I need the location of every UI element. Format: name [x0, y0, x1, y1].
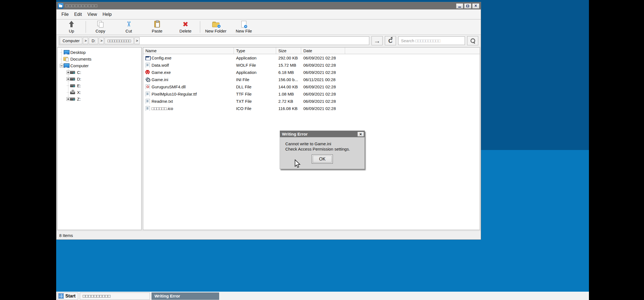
chevron-right-icon[interactable]: >: [99, 37, 104, 44]
column-header-size[interactable]: Size: [276, 48, 301, 54]
close-icon: ×: [474, 4, 477, 8]
file-row-game-ini[interactable]: Game.ini INI File 156.00 b... 06/11/2021…: [143, 76, 480, 83]
window-app-icon: [145, 56, 150, 60]
plus-badge-icon: [244, 25, 247, 28]
file-row-data-wolf[interactable]: Data.wolf WOLF File 15.72 MB 06/09/2021 …: [143, 61, 480, 69]
toolbar-separator: [200, 21, 200, 33]
breadcrumb-folder[interactable]: □□□□□□□□□□: [105, 37, 134, 44]
menu-help[interactable]: Help: [100, 11, 115, 18]
tree-item-drive-z[interactable]: Z:: [58, 96, 141, 102]
window-titlebar[interactable]: □□□□□□□□□□ ×: [56, 2, 481, 9]
toolbar-separator: [86, 21, 86, 33]
tree-item-documents[interactable]: Documents: [58, 56, 141, 62]
expand-plus-icon[interactable]: [66, 71, 70, 74]
column-header-name[interactable]: Name: [143, 48, 234, 54]
minimize-button[interactable]: [456, 3, 463, 9]
search-input[interactable]: Search □□□□□□□□□□: [398, 36, 465, 45]
paste-button[interactable]: Paste: [143, 19, 171, 34]
expand-plus-icon[interactable]: [66, 77, 70, 81]
close-icon: ×: [360, 132, 362, 136]
expand-plus-icon[interactable]: [66, 97, 70, 101]
document-icon: [145, 63, 150, 67]
tree-item-desktop[interactable]: Desktop: [58, 49, 141, 56]
close-button[interactable]: ×: [472, 3, 479, 9]
page-gear-icon: [145, 84, 150, 89]
search-placeholder: Search □□□□□□□□□□: [401, 38, 440, 43]
dialog-titlebar[interactable]: Writing Error ×: [280, 131, 365, 137]
up-arrow-icon: [68, 21, 75, 28]
plus-badge-icon: [217, 24, 221, 28]
breadcrumb-drive-d[interactable]: D:: [89, 37, 98, 44]
magnifier-icon: [470, 38, 475, 44]
cut-button[interactable]: ✂ Cut: [115, 19, 143, 34]
dialog-message-line1: Cannot write to Game.ini: [285, 141, 362, 146]
item-count: 8 Items: [59, 233, 73, 238]
clipboard-icon: [154, 21, 160, 28]
tree-item-drive-x[interactable]: X:: [58, 89, 141, 96]
app-icon: [58, 3, 63, 9]
collapse-minus-icon[interactable]: [60, 64, 63, 68]
path-field[interactable]: Computer > D: > □□□□□□□□□□ >: [59, 36, 369, 45]
file-row-ico[interactable]: □□□□□□.ico ICO File 116.08 KB 06/09/2021…: [143, 105, 480, 112]
chevron-right-icon[interactable]: >: [83, 37, 88, 44]
menu-bar: File Edit View Help: [56, 9, 481, 19]
start-windows-icon: [58, 293, 64, 299]
tree-item-drive-c[interactable]: C:: [58, 69, 141, 76]
copy-pages-icon: [97, 21, 104, 28]
file-row-gurugurusmf4-dll[interactable]: GuruguruSMF4.dll DLL File 144.00 KB 06/0…: [143, 83, 480, 90]
dialog-close-button[interactable]: ×: [357, 132, 364, 137]
ok-button[interactable]: OK: [312, 154, 333, 164]
maximize-button[interactable]: [464, 3, 471, 9]
file-row-readme-txt[interactable]: Readme.txt TXT File 2.72 KB 06/09/2021 0…: [143, 98, 480, 105]
start-button[interactable]: Start: [57, 292, 78, 300]
drive-icon: [70, 96, 76, 101]
refresh-button[interactable]: C: [385, 36, 396, 45]
go-button[interactable]: →: [371, 36, 383, 45]
menu-edit[interactable]: Edit: [71, 11, 85, 18]
window-title: □□□□□□□□□□: [65, 3, 98, 8]
drive-icon: [70, 70, 76, 75]
maximize-icon: [466, 5, 469, 7]
documents-folder-icon: [63, 56, 69, 61]
file-row-pixelmplus-ttf[interactable]: PixelMplus10-Regular.ttf TTF File 1.08 M…: [143, 90, 480, 98]
menu-file[interactable]: File: [59, 11, 71, 18]
breadcrumb-computer[interactable]: Computer: [60, 37, 82, 44]
red-sprite-icon: [145, 70, 150, 74]
file-row-config-exe[interactable]: Config.exe Application 292.00 KB 06/09/2…: [143, 54, 480, 61]
chevron-right-icon[interactable]: >: [134, 37, 140, 44]
status-bar: 8 Items: [56, 231, 481, 239]
dialog-body: Cannot write to Game.ini Check Access Pe…: [280, 137, 365, 152]
new-file-button[interactable]: New File: [231, 19, 257, 34]
document-icon: [145, 92, 150, 96]
new-folder-button[interactable]: New Folder: [200, 19, 231, 34]
file-row-game-exe[interactable]: Game.exe Application 6.18 MB 06/09/2021 …: [143, 69, 480, 76]
search-button[interactable]: [467, 36, 478, 45]
tree-item-computer[interactable]: Computer: [58, 62, 141, 69]
delete-button[interactable]: ✖ Delete: [171, 19, 200, 34]
file-manager-window: □□□□□□□□□□ × File Edit View Help Up Copy: [56, 2, 481, 240]
column-header-type[interactable]: Type: [234, 48, 276, 54]
menu-view[interactable]: View: [85, 11, 100, 18]
copy-button[interactable]: Copy: [86, 19, 115, 34]
drive-icon: [70, 83, 76, 88]
taskbar-button-file-manager[interactable]: □□□□□□□□□□: [80, 292, 150, 300]
tree-item-drive-e[interactable]: E:: [58, 82, 141, 89]
column-header-filler: [345, 48, 480, 54]
new-folder-icon: [212, 22, 219, 27]
gear-icon: [145, 77, 150, 82]
list-header: Name Type Size Date: [143, 48, 480, 54]
start-label: Start: [65, 294, 75, 299]
window-controls: ×: [456, 3, 479, 9]
window-content: Desktop Documents Computer C:: [56, 47, 481, 231]
drive-icon: [70, 76, 76, 81]
column-header-date[interactable]: Date: [301, 48, 345, 54]
taskbar-button-writing-error[interactable]: Writing Error: [152, 292, 219, 300]
document-icon: [145, 99, 150, 103]
mouse-cursor-icon: [294, 159, 301, 169]
screen: □□□□□□□□□□ × File Edit View Help Up Copy: [0, 0, 644, 300]
taskbar: Start □□□□□□□□□□ Writing Error: [56, 292, 589, 300]
new-file-icon: [241, 21, 246, 28]
tree-item-drive-d[interactable]: D:: [58, 76, 141, 82]
scissors-icon: ✂: [125, 21, 132, 27]
up-button[interactable]: Up: [58, 19, 85, 34]
